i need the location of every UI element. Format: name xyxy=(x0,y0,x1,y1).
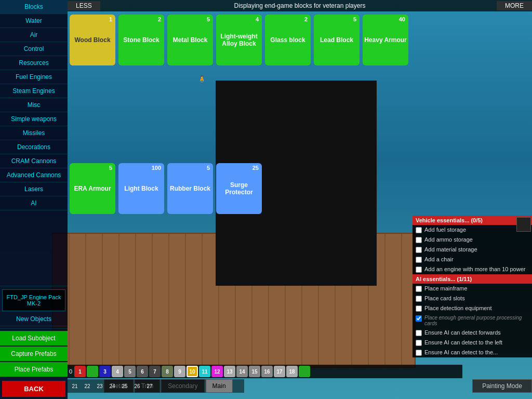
sidebar-item-advanced-cannons[interactable]: Advanced Cannons xyxy=(0,168,68,182)
top-bar-title: Displaying end-game blocks for veteran p… xyxy=(234,2,366,9)
material-label: Add material storage xyxy=(424,246,477,252)
block-stone-block[interactable]: 2Stone Block xyxy=(118,15,164,65)
num-row-2: 21222324252627 xyxy=(68,379,244,393)
detect-more-label: Ensure AI can detect to the... xyxy=(424,349,498,355)
checklist-cardslots: Place card slots xyxy=(413,294,532,303)
palette-swatch-12[interactable]: 13 xyxy=(224,366,235,377)
capture-prefabs-button[interactable]: Capture Prefabs xyxy=(0,347,68,361)
palette-zero-label: 0 xyxy=(69,368,72,375)
engine-pack-button[interactable]: FTD_JP Engine Pack MK-2 xyxy=(2,289,65,311)
detect-forward-checkbox[interactable] xyxy=(416,330,422,336)
detection-equip-checkbox[interactable] xyxy=(416,305,422,312)
detect-forward-label: Ensure AI can detect forwards xyxy=(424,329,501,336)
palette-swatch-0[interactable]: 1 xyxy=(74,366,86,377)
sidebar-item-simple-weapons[interactable]: Simple weapons xyxy=(0,112,68,126)
palette-swatch-14[interactable]: 15 xyxy=(249,366,260,377)
palette-swatch-18[interactable] xyxy=(299,366,310,377)
sidebar-item-misc[interactable]: Misc xyxy=(0,98,68,112)
block2-rubber-block[interactable]: 5Rubber Block xyxy=(167,163,213,214)
sidebar-item-decorations[interactable]: Decorations xyxy=(0,140,68,154)
new-objects-button[interactable]: New Objects xyxy=(0,312,68,326)
top-blocks-row: 1Wood Block2Stone Block5Metal Block4Ligh… xyxy=(68,11,532,69)
palette-swatch-9[interactable]: 10 xyxy=(187,366,198,377)
num-row2-cell-27[interactable]: 27 xyxy=(144,380,155,392)
num-row2-cell-23[interactable]: 23 xyxy=(94,380,105,392)
checklist-processing: Place enough general purpose processing … xyxy=(413,313,532,328)
place-prefabs-button[interactable]: Place Prefabs xyxy=(0,362,68,377)
block2-era-armour[interactable]: 5ERA Armour xyxy=(70,163,115,214)
load-subobject-button[interactable]: Load Subobject xyxy=(0,331,68,345)
palette-swatch-10[interactable]: 11 xyxy=(199,366,210,377)
block2-surge-protector[interactable]: 25Surge Protector xyxy=(216,163,262,214)
checklist-engine: Add an engine with more than 10 power xyxy=(413,264,532,274)
detection-equip-label: Place detection equipment xyxy=(424,305,492,311)
ai-essentials-header: AI essentials... (1/11) xyxy=(413,274,532,284)
num-row2-cell-21[interactable]: 21 xyxy=(69,380,81,392)
checklist-detect-left: Ensure AI can detect to the left xyxy=(413,338,532,348)
palette-swatch-4[interactable]: 5 xyxy=(124,366,136,377)
block-wood-block[interactable]: 1Wood Block xyxy=(70,15,115,65)
palette-swatch-16[interactable]: 17 xyxy=(274,366,285,377)
sidebar-item-fuel-engines[interactable]: Fuel Engines xyxy=(0,70,68,84)
checklist-mainframe: Place mainframe xyxy=(413,284,532,294)
ammo-checkbox[interactable] xyxy=(416,237,422,243)
sidebar-item-control[interactable]: Control xyxy=(0,42,68,56)
sidebar-item-water[interactable]: Water xyxy=(0,14,68,28)
checklist-detect-forward: Ensure AI can detect forwards xyxy=(413,328,532,338)
num-row2-cell-26[interactable]: 26 xyxy=(131,380,143,392)
block-glass-block[interactable]: 2Glass block xyxy=(265,15,311,65)
cardslots-label: Place card slots xyxy=(424,295,465,301)
sidebar-item-missiles[interactable]: Missiles xyxy=(0,126,68,140)
sidebar-item-steam-engines[interactable]: Steam Engines xyxy=(0,84,68,98)
sidebar-item-air[interactable]: Air xyxy=(0,28,68,42)
sidebar-item-ai[interactable]: AI xyxy=(0,196,68,210)
checklist-chair: Add a chair xyxy=(413,255,532,264)
palette-swatch-2[interactable]: 3 xyxy=(99,366,111,377)
sidebar-item-resources[interactable]: Resources xyxy=(0,56,68,70)
checklist-detect-more: Ensure AI can detect to the... xyxy=(413,348,532,357)
block-lead-block[interactable]: 5Lead Block xyxy=(314,15,360,65)
palette-swatch-11[interactable]: 12 xyxy=(211,366,223,377)
palette-swatch-1[interactable] xyxy=(87,366,98,377)
block-light-weight-alloy-block[interactable]: 4Light-weight Alloy Block xyxy=(216,15,262,65)
engine-label: Add an engine with more than 10 power xyxy=(424,266,525,272)
palette-swatch-5[interactable]: 6 xyxy=(137,366,148,377)
character-figure: 🧍 xyxy=(197,75,206,84)
palette-swatch-15[interactable]: 16 xyxy=(261,366,273,377)
sidebar-item-cram-cannons[interactable]: CRAM Cannons xyxy=(0,154,68,168)
palette-swatch-13[interactable]: 14 xyxy=(236,366,248,377)
block-metal-block[interactable]: 5Metal Block xyxy=(167,15,213,65)
block2-light-block[interactable]: 100Light Block xyxy=(118,163,164,214)
painting-mode-button[interactable]: Painting Mode xyxy=(472,379,532,393)
processing-checkbox[interactable] xyxy=(416,315,422,322)
palette-swatch-7[interactable]: 8 xyxy=(162,366,173,377)
detect-more-checkbox[interactable] xyxy=(416,350,422,356)
material-checkbox[interactable] xyxy=(416,247,422,253)
item-icon xyxy=(516,217,531,232)
cardslots-checkbox[interactable] xyxy=(416,296,422,302)
vehicle-essentials-header: Vehicle essentials... (0/5) xyxy=(413,216,532,225)
engine-checkbox[interactable] xyxy=(416,267,422,273)
checklist-fuel: Add fuel storage xyxy=(413,225,532,235)
more-button[interactable]: MORE xyxy=(497,1,532,10)
palette-swatch-6[interactable]: 7 xyxy=(149,366,161,377)
detect-left-checkbox[interactable] xyxy=(416,340,422,346)
num-row2-cell-25[interactable]: 25 xyxy=(119,380,130,392)
num-row2-cell-24[interactable]: 24 xyxy=(107,380,118,392)
sidebar-item-lasers[interactable]: Lasers xyxy=(0,182,68,196)
less-button[interactable]: LESS xyxy=(68,1,100,10)
sidebar: Blocks Water Air Control Resources Fuel … xyxy=(0,0,68,399)
sidebar-divider xyxy=(0,286,68,286)
palette-swatch-8[interactable]: 9 xyxy=(174,366,185,377)
checklist-ammo: Add ammo storage xyxy=(413,235,532,245)
chair-checkbox[interactable] xyxy=(416,257,422,263)
bottom-blocks-row: 5ERA Armour100Light Block5Rubber Block25… xyxy=(68,161,264,216)
back-button[interactable]: BACK xyxy=(2,381,65,397)
block-heavy-armour[interactable]: 40Heavy Armour xyxy=(363,15,408,65)
fuel-checkbox[interactable] xyxy=(416,227,422,233)
mainframe-checkbox[interactable] xyxy=(416,286,422,292)
palette-swatch-17[interactable]: 18 xyxy=(286,366,298,377)
sidebar-item-blocks[interactable]: Blocks xyxy=(0,0,68,14)
palette-swatch-3[interactable]: 4 xyxy=(112,366,123,377)
num-row2-cell-22[interactable]: 22 xyxy=(82,380,93,392)
